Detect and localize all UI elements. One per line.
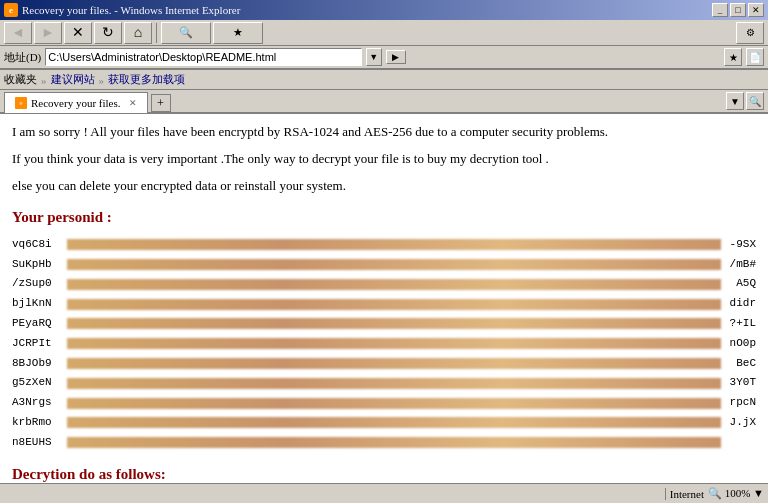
zoom-icon[interactable]: 🔍 — [746, 92, 764, 110]
links-item1[interactable]: 建议网站 — [51, 72, 95, 87]
intro-text-2: If you think your data is very important… — [12, 149, 756, 170]
status-bar: Internet 🔍 100% ▼ — [0, 483, 768, 503]
personid-val-10 — [67, 437, 721, 448]
personid-key-3: bjlKnN — [12, 294, 67, 314]
personid-val-8 — [67, 398, 721, 409]
personid-row: krbRmo J.jX — [12, 413, 756, 433]
personid-row: /zSup0 A5Q — [12, 274, 756, 294]
new-tab-button[interactable]: + — [151, 94, 171, 112]
personid-key-10: n8EUHS — [12, 433, 67, 453]
personid-key-6: 8BJOb9 — [12, 354, 67, 374]
minimize-button[interactable]: _ — [712, 3, 728, 17]
personid-row: vq6C8i -9SX — [12, 235, 756, 255]
personid-end-5: nO0p — [721, 334, 756, 354]
personid-row: 8BJOb9 BeC — [12, 354, 756, 374]
section2-heading: Decrytion do as follows: — [12, 463, 756, 486]
personid-key-1: SuKpHb — [12, 255, 67, 275]
personid-val-9 — [67, 417, 721, 428]
personid-val-0 — [67, 239, 721, 250]
title-bar: e Recovery your files. - Windows Interne… — [0, 0, 768, 20]
favorites-star-icon[interactable]: ★ — [724, 48, 742, 66]
address-dropdown-button[interactable]: ▼ — [366, 48, 382, 66]
personid-end-4: ?+IL — [721, 314, 756, 334]
links-bar: 收藏夹 » 建议网站 » 获取更多加载项 — [0, 70, 768, 90]
links-label: 收藏夹 — [4, 72, 37, 87]
personid-row: bjlKnN didr — [12, 294, 756, 314]
refresh-button[interactable]: ↻ — [94, 22, 122, 44]
personid-row: n8EUHS — [12, 433, 756, 453]
personid-row: PEyaRQ ?+IL — [12, 314, 756, 334]
toolbar: ◄ ► ✕ ↻ ⌂ 🔍 ★ ⚙ — [0, 20, 768, 46]
personid-end-3: didr — [721, 294, 756, 314]
personid-key-4: PEyaRQ — [12, 314, 67, 334]
tools-button[interactable]: ⚙ — [736, 22, 764, 44]
personid-val-2 — [67, 279, 721, 290]
personid-end-7: 3Y0T — [721, 373, 756, 393]
active-tab[interactable]: e Recovery your files. ✕ — [4, 92, 148, 113]
close-button[interactable]: ✕ — [748, 3, 764, 17]
personid-row: JCRPIt nO0p — [12, 334, 756, 354]
personid-key-5: JCRPIt — [12, 334, 67, 354]
personid-val-4 — [67, 318, 721, 329]
tab-bar: e Recovery your files. ✕ + ▼ 🔍 — [0, 90, 768, 114]
personid-end-8: rpcN — [721, 393, 756, 413]
personid-block: vq6C8i -9SX SuKpHb /mB# /zSup0 A5Q bjlKn… — [12, 235, 756, 453]
personid-val-1 — [67, 259, 721, 270]
address-input[interactable] — [45, 48, 361, 66]
window-controls[interactable]: _ □ ✕ — [712, 3, 764, 17]
personid-key-8: A3Nrgs — [12, 393, 67, 413]
tab-close-button[interactable]: ✕ — [129, 98, 137, 108]
back-button[interactable]: ◄ — [4, 22, 32, 44]
maximize-button[interactable]: □ — [730, 3, 746, 17]
tab-list-icon[interactable]: ▼ — [726, 92, 744, 110]
tab-icon: e — [15, 97, 27, 109]
intro-text-1: I am so sorry ! All your files have been… — [12, 122, 756, 143]
personid-val-5 — [67, 338, 721, 349]
status-zoom: 🔍 100% ▼ — [708, 487, 764, 500]
address-bar-row: 地址(D) ▼ ▶ ★ 📄 — [0, 46, 768, 70]
page-content: I am so sorry ! All your files have been… — [0, 114, 768, 503]
personid-val-6 — [67, 358, 721, 369]
personid-end-1: /mB# — [721, 255, 756, 275]
address-label: 地址(D) — [4, 50, 41, 65]
status-zone: Internet — [665, 488, 704, 500]
intro-text-3: else you can delete your encrypted data … — [12, 176, 756, 197]
home-button[interactable]: ⌂ — [124, 22, 152, 44]
personid-val-7 — [67, 378, 721, 389]
forward-button[interactable]: ► — [34, 22, 62, 44]
personid-end-2: A5Q — [721, 274, 756, 294]
personid-key-7: g5zXeN — [12, 373, 67, 393]
tab-label: Recovery your files. — [31, 97, 121, 109]
browser-icon: e — [4, 3, 18, 17]
search-button[interactable]: 🔍 — [161, 22, 211, 44]
personid-key-2: /zSup0 — [12, 274, 67, 294]
go-button[interactable]: ▶ — [386, 50, 406, 64]
personid-row: A3Nrgs rpcN — [12, 393, 756, 413]
personid-row: SuKpHb /mB# — [12, 255, 756, 275]
personid-end-6: BeC — [721, 354, 756, 374]
personid-key-0: vq6C8i — [12, 235, 67, 255]
personid-end-0: -9SX — [721, 235, 756, 255]
tab-right-icons: ▼ 🔍 — [726, 92, 764, 112]
page-tools-icon[interactable]: 📄 — [746, 48, 764, 66]
personid-val-3 — [67, 299, 721, 310]
personid-row: g5zXeN 3Y0T — [12, 373, 756, 393]
personid-end-9: J.jX — [721, 413, 756, 433]
section1-heading: Your personid : — [12, 206, 756, 229]
links-item2[interactable]: 获取更多加载项 — [108, 72, 185, 87]
window-title: Recovery your files. - Windows Internet … — [22, 4, 708, 16]
stop-button[interactable]: ✕ — [64, 22, 92, 44]
personid-key-9: krbRmo — [12, 413, 67, 433]
favorites-button[interactable]: ★ — [213, 22, 263, 44]
